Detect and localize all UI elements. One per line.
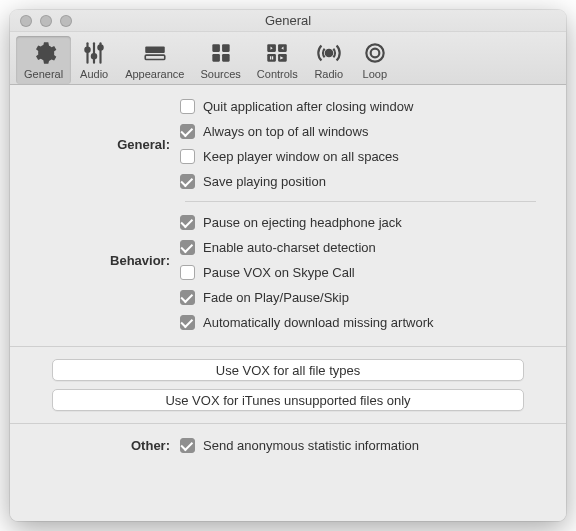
use-vox-all-types-button[interactable]: Use VOX for all file types bbox=[52, 359, 524, 381]
checkbox[interactable] bbox=[180, 99, 195, 114]
use-vox-itunes-unsupported-button[interactable]: Use VOX for iTunes unsupported files onl… bbox=[52, 389, 524, 411]
svg-rect-7 bbox=[145, 55, 165, 59]
tab-sources[interactable]: Sources bbox=[192, 36, 248, 84]
tab-appearance[interactable]: Appearance bbox=[117, 36, 192, 84]
section-behavior: Behavior: Pause on ejecting headphone ja… bbox=[10, 201, 566, 342]
checkbox[interactable] bbox=[180, 290, 195, 305]
close-window-button[interactable] bbox=[20, 15, 32, 27]
window-title: General bbox=[10, 13, 566, 28]
svg-rect-18 bbox=[270, 56, 271, 59]
section-body: Pause on ejecting headphone jack Enable … bbox=[180, 213, 566, 330]
tab-loop[interactable]: Loop bbox=[352, 36, 398, 84]
checkbox[interactable] bbox=[180, 149, 195, 164]
tab-label: Radio bbox=[314, 68, 343, 80]
svg-rect-10 bbox=[212, 54, 220, 62]
section-general: General: Quit application after closing … bbox=[10, 85, 566, 201]
preferences-content: General: Quit application after closing … bbox=[10, 85, 566, 521]
svg-rect-9 bbox=[222, 44, 230, 52]
section-label: Other: bbox=[10, 438, 180, 453]
preferences-window: General General Audio Appearance Sourc bbox=[10, 10, 566, 521]
section-body: Send anonymous statistic information bbox=[180, 438, 566, 453]
checkbox[interactable] bbox=[180, 215, 195, 230]
tab-label: General bbox=[24, 68, 63, 80]
file-association-buttons: Use VOX for all file types Use VOX for i… bbox=[10, 346, 566, 424]
option-label: Pause on ejecting headphone jack bbox=[203, 215, 402, 230]
option-label: Automatically download missing artwork bbox=[203, 315, 433, 330]
checkbox[interactable] bbox=[180, 240, 195, 255]
option-auto-charset[interactable]: Enable auto-charset detection bbox=[180, 240, 566, 255]
svg-rect-11 bbox=[222, 54, 230, 62]
option-label: Quit application after closing window bbox=[203, 99, 413, 114]
svg-rect-14 bbox=[268, 54, 277, 62]
option-label: Fade on Play/Pause/Skip bbox=[203, 290, 349, 305]
option-send-anonymous-stats[interactable]: Send anonymous statistic information bbox=[180, 438, 566, 453]
option-quit-after-close[interactable]: Quit application after closing window bbox=[180, 99, 566, 114]
checkbox[interactable] bbox=[180, 315, 195, 330]
tab-general[interactable]: General bbox=[16, 36, 71, 84]
window-controls bbox=[10, 15, 72, 27]
svg-rect-8 bbox=[212, 44, 220, 52]
sliders-icon bbox=[79, 40, 109, 66]
tab-radio[interactable]: Radio bbox=[306, 36, 352, 84]
option-fade-on-play[interactable]: Fade on Play/Pause/Skip bbox=[180, 290, 566, 305]
svg-point-3 bbox=[85, 48, 89, 52]
tab-label: Appearance bbox=[125, 68, 184, 80]
svg-point-4 bbox=[92, 54, 96, 58]
option-label: Pause VOX on Skype Call bbox=[203, 265, 355, 280]
tab-controls[interactable]: Controls bbox=[249, 36, 306, 84]
option-label: Save playing position bbox=[203, 174, 326, 189]
gear-icon bbox=[29, 40, 59, 66]
loop-icon bbox=[360, 40, 390, 66]
puzzle-icon bbox=[206, 40, 236, 66]
tab-label: Loop bbox=[363, 68, 387, 80]
checkbox[interactable] bbox=[180, 265, 195, 280]
option-label: Enable auto-charset detection bbox=[203, 240, 376, 255]
svg-rect-19 bbox=[272, 56, 273, 59]
section-other: Other: Send anonymous statistic informat… bbox=[10, 424, 566, 453]
option-pause-on-skype[interactable]: Pause VOX on Skype Call bbox=[180, 265, 566, 280]
option-always-on-top[interactable]: Always on top of all windows bbox=[180, 124, 566, 139]
section-label: Behavior: bbox=[10, 213, 180, 330]
appearance-icon bbox=[140, 40, 170, 66]
section-body: Quit application after closing window Al… bbox=[180, 97, 566, 189]
radio-icon bbox=[314, 40, 344, 66]
tab-label: Audio bbox=[80, 68, 108, 80]
option-keep-on-all-spaces[interactable]: Keep player window on all spaces bbox=[180, 149, 566, 164]
tab-audio[interactable]: Audio bbox=[71, 36, 117, 84]
option-label: Send anonymous statistic information bbox=[203, 438, 419, 453]
checkbox[interactable] bbox=[180, 438, 195, 453]
svg-point-5 bbox=[98, 45, 102, 49]
titlebar: General bbox=[10, 10, 566, 32]
preferences-toolbar: General Audio Appearance Sources Control bbox=[10, 32, 566, 85]
tab-label: Controls bbox=[257, 68, 298, 80]
minimize-window-button[interactable] bbox=[40, 15, 52, 27]
playback-controls-icon bbox=[262, 40, 292, 66]
section-label: General: bbox=[10, 97, 180, 189]
tab-label: Sources bbox=[200, 68, 240, 80]
checkbox[interactable] bbox=[180, 174, 195, 189]
option-pause-on-eject-headphone[interactable]: Pause on ejecting headphone jack bbox=[180, 215, 566, 230]
option-label: Always on top of all windows bbox=[203, 124, 368, 139]
svg-point-23 bbox=[370, 49, 379, 58]
svg-point-22 bbox=[366, 44, 383, 61]
checkbox[interactable] bbox=[180, 124, 195, 139]
svg-rect-6 bbox=[145, 47, 165, 54]
option-label: Keep player window on all spaces bbox=[203, 149, 399, 164]
option-save-playing-position[interactable]: Save playing position bbox=[180, 174, 566, 189]
option-auto-download-artwork[interactable]: Automatically download missing artwork bbox=[180, 315, 566, 330]
svg-point-21 bbox=[326, 50, 333, 57]
zoom-window-button[interactable] bbox=[60, 15, 72, 27]
